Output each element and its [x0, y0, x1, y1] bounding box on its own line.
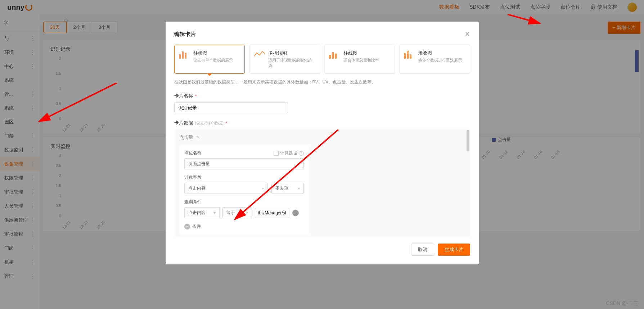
ctype-desc: 将多个数据进行重迭展示: [418, 58, 465, 63]
select-value: 页面点击量: [188, 161, 210, 167]
add-condition-label: 条件: [192, 223, 201, 230]
chart-type-barline[interactable]: 柱线图适合体现总量和比率: [324, 45, 395, 74]
condition-operator-select[interactable]: 等于▾: [222, 207, 252, 218]
position-name-select[interactable]: 页面点击量▾: [184, 158, 304, 169]
modal-footer: 取消 生成卡片: [174, 244, 470, 256]
condition-field-select[interactable]: 点击内容▾: [184, 207, 220, 218]
select-value: 等于: [226, 210, 235, 216]
label-text: 查询条件: [184, 199, 202, 205]
label-hint: (仅支持1个数据): [195, 121, 224, 126]
checkbox-label: 计算数据: [280, 150, 297, 156]
ctype-title: 柱状图: [193, 50, 240, 56]
condition-value-input[interactable]: [255, 208, 289, 218]
select-value: 点击内容: [188, 185, 206, 191]
card-name-input[interactable]: [174, 102, 288, 113]
bar-chart-icon: [179, 50, 190, 59]
count-field-label: 计数字段: [184, 174, 304, 181]
condition-row: 点击内容▾ 等于▾ −: [184, 207, 304, 218]
stacked-chart-icon: [404, 50, 415, 59]
chevron-down-icon: ▾: [214, 211, 216, 215]
watermark: CSDN @·二三·: [606, 300, 640, 307]
panel-scrollbar[interactable]: [467, 130, 469, 236]
chevron-down-icon: ▾: [246, 211, 248, 215]
card-name-label: 卡片名称 *: [174, 93, 470, 99]
ctype-desc: 适合体现总量和比率: [343, 58, 391, 63]
help-icon[interactable]: ?: [299, 151, 304, 156]
plus-icon: +: [184, 224, 190, 230]
calc-data-checkbox-row[interactable]: 计算数据 ?: [274, 150, 304, 156]
chart-type-bar[interactable]: 柱状图仅支持单个数据的展示: [174, 45, 245, 74]
ctype-title: 柱线图: [343, 50, 391, 56]
data-block-header: 点击量 ✎: [179, 134, 465, 141]
modal-header: 编辑卡片 ✕: [174, 30, 470, 38]
required-icon: *: [195, 94, 197, 99]
cancel-button[interactable]: 取消: [411, 244, 434, 256]
label-text: 卡片数据: [174, 120, 193, 126]
submit-button[interactable]: 生成卡片: [438, 244, 470, 256]
line-chart-icon: [254, 50, 265, 59]
label-text: 计数字段: [184, 174, 202, 181]
chevron-down-icon: ▾: [262, 186, 264, 190]
barline-chart-icon: [329, 50, 340, 59]
count-field-select[interactable]: 点击内容▾: [184, 183, 268, 194]
chevron-down-icon: ▾: [298, 186, 300, 190]
chart-type-hint: 柱状图是我们最基础的数据类型，一般用来表示某项数据的具体数量如：PV、UV、点击…: [174, 79, 470, 86]
ctype-desc: 仅支持单个数据的展示: [193, 58, 240, 63]
select-value: 点击内容: [188, 210, 206, 216]
close-icon[interactable]: ✕: [465, 30, 470, 38]
chart-type-selector: 柱状图仅支持单个数据的展示 多折线图适用于体现数据的变化趋势 柱线图适合体现总量…: [174, 45, 470, 74]
label-text: 点位名称: [184, 150, 202, 156]
position-name-label: 点位名称 计算数据 ?: [184, 150, 304, 156]
query-condition-label: 查询条件: [184, 199, 304, 205]
modal-title: 编辑卡片: [174, 31, 196, 38]
dedup-select[interactable]: 不去重▾: [271, 183, 304, 194]
data-config-card: 点位名称 计算数据 ? 页面点击量▾ 计数字段 点击内容▾ 不去重▾ 查询条件: [179, 145, 309, 235]
ctype-desc: 适用于体现数据的变化趋势: [268, 58, 315, 68]
chart-type-multiline[interactable]: 多折线图适用于体现数据的变化趋势: [249, 45, 320, 74]
remove-condition-icon[interactable]: −: [292, 210, 299, 216]
select-value: 不去重: [275, 185, 288, 191]
add-condition-button[interactable]: + 条件: [184, 223, 304, 230]
chevron-down-icon: ▾: [298, 162, 300, 166]
edit-icon[interactable]: ✎: [196, 135, 200, 140]
card-data-panel: 点击量 ✎ 点位名称 计算数据 ? 页面点击量▾ 计数字段 点击内容▾: [174, 129, 470, 237]
ctype-title: 多折线图: [268, 50, 315, 56]
checkbox-icon[interactable]: [274, 151, 279, 156]
chart-type-stacked[interactable]: 堆叠图将多个数据进行重迭展示: [399, 45, 470, 74]
edit-card-modal: 编辑卡片 ✕ 柱状图仅支持单个数据的展示 多折线图适用于体现数据的变化趋势 柱线…: [166, 22, 479, 264]
card-data-label: 卡片数据 (仅支持1个数据) *: [174, 120, 470, 126]
ctype-title: 堆叠图: [418, 50, 465, 56]
scroll-thumb[interactable]: [467, 130, 469, 151]
data-block-name: 点击量: [179, 134, 193, 141]
required-icon: *: [226, 121, 228, 126]
label-text: 卡片名称: [174, 93, 193, 99]
